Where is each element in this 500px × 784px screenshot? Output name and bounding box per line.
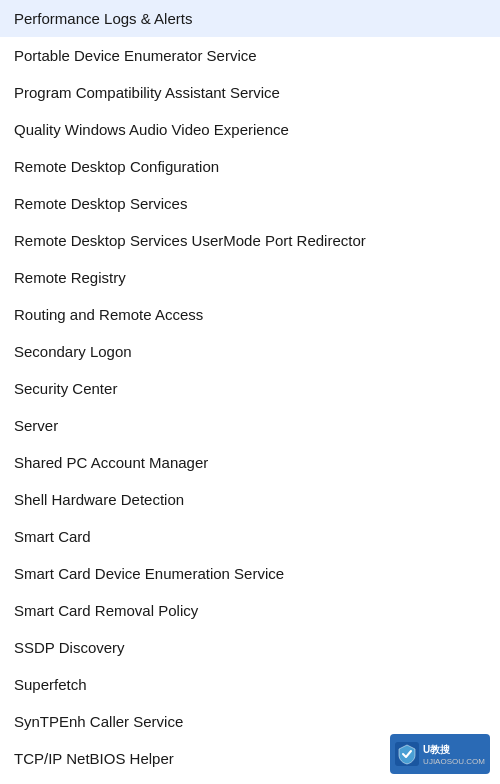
list-item[interactable]: Routing and Remote Access	[0, 296, 500, 333]
watermark-icon	[395, 742, 419, 766]
list-item[interactable]: Performance Logs & Alerts	[0, 0, 500, 37]
list-item[interactable]: Remote Desktop Configuration	[0, 148, 500, 185]
list-item[interactable]: Smart Card Device Enumeration Service	[0, 555, 500, 592]
list-item[interactable]: Shell Hardware Detection	[0, 481, 500, 518]
watermark-badge: U教搜 UJIAOSOU.COM	[390, 734, 490, 774]
list-item[interactable]: Remote Registry	[0, 259, 500, 296]
list-item[interactable]: Security Center	[0, 370, 500, 407]
list-item[interactable]: Smart Card	[0, 518, 500, 555]
list-item[interactable]: Remote Desktop Services UserMode Port Re…	[0, 222, 500, 259]
list-item[interactable]: Remote Desktop Services	[0, 185, 500, 222]
list-item[interactable]: Secondary Logon	[0, 333, 500, 370]
list-item[interactable]: Server	[0, 407, 500, 444]
list-item[interactable]: Shared PC Account Manager	[0, 444, 500, 481]
list-item[interactable]: Quality Windows Audio Video Experience	[0, 111, 500, 148]
list-item[interactable]: Portable Device Enumerator Service	[0, 37, 500, 74]
list-item[interactable]: Smart Card Removal Policy	[0, 592, 500, 629]
services-list: Performance Logs & AlertsPortable Device…	[0, 0, 500, 784]
list-item[interactable]: Superfetch	[0, 666, 500, 703]
list-item[interactable]: SSDP Discovery	[0, 629, 500, 666]
list-item[interactable]: Program Compatibility Assistant Service	[0, 74, 500, 111]
watermark-text: U教搜 UJIAOSOU.COM	[423, 743, 485, 766]
list-item[interactable]: Telephony	[0, 777, 500, 784]
